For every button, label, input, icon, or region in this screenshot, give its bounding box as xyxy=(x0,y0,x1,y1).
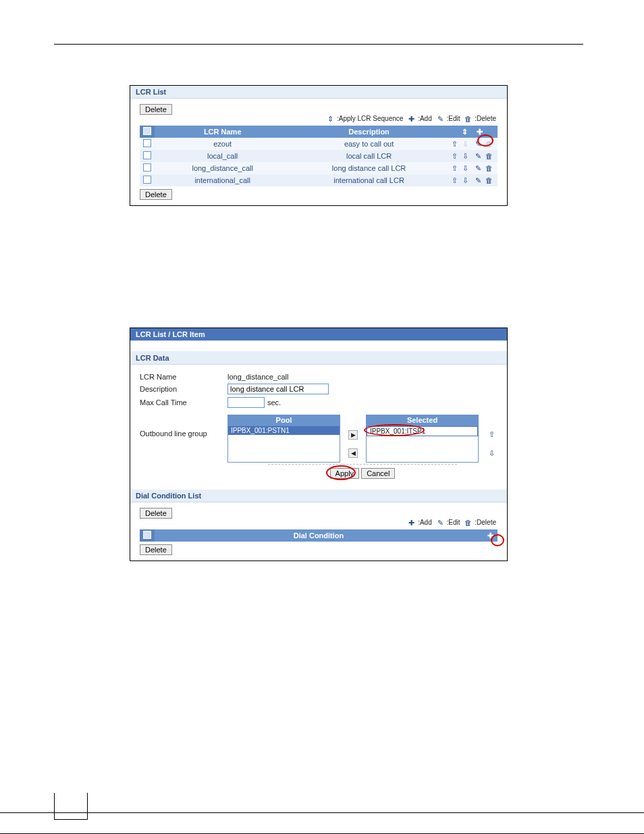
delete-icon[interactable]: 🗑 xyxy=(485,164,493,173)
pool-header: Pool xyxy=(227,415,340,425)
seconds-label: sec. xyxy=(267,398,281,407)
edit-icon[interactable]: ✎ xyxy=(474,140,483,149)
order-up-icon[interactable]: ⇧ xyxy=(487,430,496,439)
down-icon[interactable]: ⇩ xyxy=(461,176,470,185)
table-row: international_call international call LC… xyxy=(140,174,498,186)
col-lcr-name: LCR Name xyxy=(155,126,290,138)
select-all-checkbox[interactable] xyxy=(143,127,151,135)
lcr-data-title: LCR Data xyxy=(130,352,507,365)
apply-button[interactable]: Apply xyxy=(330,468,360,479)
lcr-table: LCR Name Description ⇕ ✚ ezout easy to c… xyxy=(140,126,498,186)
description-label: Description xyxy=(140,385,227,393)
delete-icon[interactable]: 🗑 xyxy=(485,176,493,185)
delete-icon: 🗑 xyxy=(464,115,473,124)
select-all-checkbox[interactable] xyxy=(143,531,151,539)
max-call-time-label: Max Call Time xyxy=(140,398,227,407)
order-down-icon[interactable]: ⇩ xyxy=(487,449,496,458)
add-icon[interactable]: ✚ xyxy=(486,531,495,540)
move-right-button[interactable]: ▶ xyxy=(348,430,358,440)
description-input[interactable] xyxy=(227,384,329,394)
down-icon[interactable]: ⇩ xyxy=(461,164,470,173)
lcr-name-label: LCR Name xyxy=(140,373,227,381)
col-dial-condition: Dial Condition xyxy=(155,529,483,542)
breadcrumb: LCR List / LCR Item xyxy=(130,328,507,341)
delete-button[interactable]: Delete xyxy=(140,508,172,519)
delete-icon[interactable]: 🗑 xyxy=(485,140,493,149)
edit-icon: ✎ xyxy=(436,519,445,527)
lcr-item-panel: LCR List / LCR Item LCR Data LCR Name lo… xyxy=(130,328,508,561)
pool-listbox[interactable]: IPPBX_001:PSTN1 xyxy=(227,425,340,463)
row-checkbox[interactable] xyxy=(143,163,151,172)
delete-icon: 🗑 xyxy=(464,519,473,527)
edit-icon[interactable]: ✎ xyxy=(474,176,483,185)
pool-item[interactable]: IPPBX_001:PSTN1 xyxy=(228,426,340,435)
move-left-button[interactable]: ◀ xyxy=(348,448,358,458)
row-checkbox[interactable] xyxy=(143,176,151,184)
table-row: long_distance_call long distance call LC… xyxy=(140,162,498,174)
max-call-time-input[interactable] xyxy=(227,397,265,408)
table-row: ezout easy to call out ⇧ ⇩ ✎ 🗑 xyxy=(140,138,498,150)
up-icon[interactable]: ⇧ xyxy=(450,140,459,149)
down-icon[interactable]: ⇩ xyxy=(461,152,470,161)
outbound-group-label: Outbound line group xyxy=(140,411,227,438)
sequence-icon[interactable]: ⇕ xyxy=(460,128,469,136)
edit-icon[interactable]: ✎ xyxy=(474,152,483,161)
row-checkbox[interactable] xyxy=(143,151,151,159)
edit-icon: ✎ xyxy=(436,115,445,124)
dial-condition-table: Dial Condition ✚ xyxy=(140,529,498,542)
lcr-name-value: long_distance_call xyxy=(227,373,289,381)
down-icon[interactable]: ⇩ xyxy=(461,140,470,149)
delete-button[interactable]: Delete xyxy=(140,189,172,200)
col-description: Description xyxy=(290,126,447,138)
delete-button[interactable]: Delete xyxy=(140,104,172,115)
up-icon[interactable]: ⇧ xyxy=(450,176,459,185)
table-row: local_call local call LCR ⇧ ⇩ ✎ 🗑 xyxy=(140,150,498,162)
lcr-list-legend: ⇕:Apply LCR Sequence ✚:Add ✎:Edit 🗑:Dele… xyxy=(140,115,498,126)
add-icon[interactable]: ✚ xyxy=(475,128,484,136)
add-icon: ✚ xyxy=(407,519,416,527)
edit-icon[interactable]: ✎ xyxy=(474,164,483,173)
cancel-button[interactable]: Cancel xyxy=(361,468,395,479)
delete-icon[interactable]: 🗑 xyxy=(485,152,493,161)
dial-condition-legend: ✚:Add ✎:Edit 🗑:Delete xyxy=(140,519,498,529)
sequence-icon: ⇕ xyxy=(326,115,335,124)
up-icon[interactable]: ⇧ xyxy=(450,164,459,173)
lcr-list-title: LCR List xyxy=(130,86,507,99)
add-icon: ✚ xyxy=(407,115,416,124)
page-number-box xyxy=(54,793,88,820)
dial-condition-title: Dial Condition List xyxy=(130,490,507,502)
lcr-list-panel: LCR List Delete ⇕:Apply LCR Sequence ✚:A… xyxy=(130,85,508,206)
selected-listbox[interactable]: IPPBX_001:ITSP1 xyxy=(366,425,479,463)
selected-item[interactable]: IPPBX_001:ITSP1 xyxy=(367,426,478,436)
up-icon[interactable]: ⇧ xyxy=(450,152,459,161)
footer-rule xyxy=(0,812,644,813)
delete-button[interactable]: Delete xyxy=(140,544,172,555)
selected-header: Selected xyxy=(366,415,479,425)
row-checkbox[interactable] xyxy=(143,139,151,147)
